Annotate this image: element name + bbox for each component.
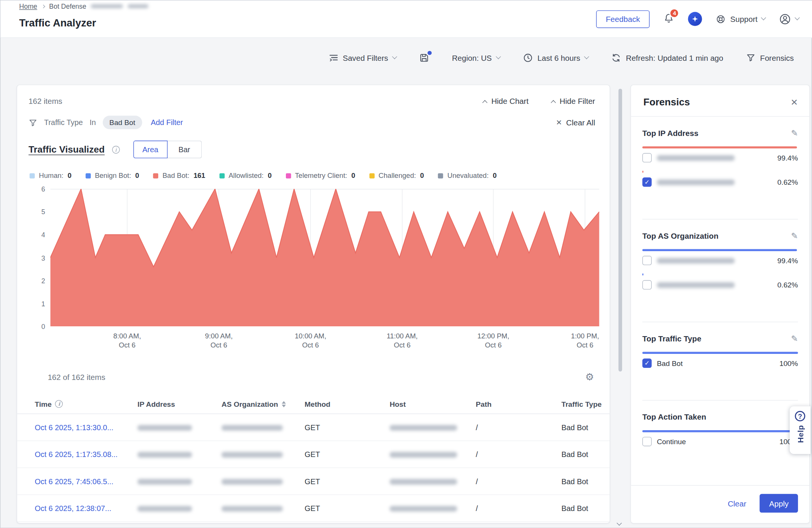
forensics-checkbox[interactable] bbox=[642, 358, 652, 368]
col-header-traffic-type[interactable]: Traffic Type bbox=[561, 400, 610, 408]
legend-item-challenged[interactable]: Challenged 0 bbox=[369, 172, 424, 180]
filter-operator-label[interactable]: In bbox=[90, 118, 96, 127]
table-row[interactable]: Oct 6 2025, 7:45:06.5... GET / Bad Bot bbox=[17, 468, 610, 495]
help-tab[interactable]: ? Help bbox=[790, 406, 810, 454]
table-settings-gear-icon[interactable]: ⚙ bbox=[585, 372, 594, 382]
edit-pencil-icon[interactable]: ✎ bbox=[791, 231, 798, 241]
legend-item-human[interactable]: Human 0 bbox=[29, 172, 71, 180]
chevron-down-icon bbox=[496, 54, 501, 59]
clock-icon bbox=[523, 52, 533, 62]
add-filter-button[interactable]: Add Filter bbox=[151, 118, 183, 127]
saved-filters-dropdown[interactable]: Saved Filters bbox=[329, 53, 396, 62]
time-link[interactable]: Oct 6 2025, 1:13:30.0... bbox=[35, 423, 137, 431]
items-count: 162 items bbox=[29, 97, 62, 105]
table-row[interactable]: Oct 6 2025, 12:38:07... GET / Bad Bot bbox=[17, 495, 610, 522]
close-icon[interactable]: ✕ bbox=[790, 98, 798, 107]
legend-item-bad-bot[interactable]: Bad Bot 161 bbox=[153, 172, 205, 180]
blurred-host-value bbox=[390, 425, 457, 431]
time-link[interactable]: Oct 6 2025, 12:38:07... bbox=[35, 504, 137, 513]
refresh-button[interactable]: Refresh: Updated 1 min ago bbox=[611, 52, 723, 62]
blurred-as-org-value bbox=[657, 282, 735, 288]
forensics-section-top-as-org: Top AS Organization ✎ 99.4% bbox=[642, 219, 798, 322]
item-label: Bad Bot bbox=[657, 359, 682, 367]
chevron-down-icon bbox=[392, 54, 397, 59]
percent-label: 99.4% bbox=[777, 256, 798, 265]
x-tick-label: 10:00 AM,Oct 6 bbox=[279, 332, 342, 350]
hide-filter-label: Hide Filter bbox=[560, 97, 595, 105]
time-range-label: Last 6 hours bbox=[537, 53, 580, 62]
traffic-type-cell: Bad Bot bbox=[561, 450, 610, 459]
chart-mode-bar-button[interactable]: Bar bbox=[167, 140, 202, 158]
breadcrumb-home[interactable]: Home bbox=[19, 2, 37, 10]
account-menu[interactable] bbox=[779, 13, 799, 25]
filter-field-label[interactable]: Traffic Type bbox=[44, 118, 83, 127]
blurred-ip-value bbox=[137, 452, 192, 458]
col-header-time[interactable]: Time i bbox=[35, 400, 137, 408]
section-title: Top Action Taken bbox=[642, 412, 706, 421]
hide-chart-toggle[interactable]: Hide Chart bbox=[483, 97, 528, 105]
save-filter-button[interactable] bbox=[419, 52, 429, 62]
funnel-icon bbox=[746, 53, 755, 62]
col-header-as-organization[interactable]: AS Organization bbox=[222, 400, 305, 408]
percent-label: 100% bbox=[780, 359, 798, 367]
traffic-type-cell: Bad Bot bbox=[561, 477, 610, 485]
time-link[interactable]: Oct 6 2025, 7:45:06.5... bbox=[35, 477, 137, 485]
sparkle-icon bbox=[692, 15, 699, 23]
item-label: Continue bbox=[657, 437, 686, 446]
forensics-section-top-traffic-type: Top Traffic Type ✎ Bad Bot 100% bbox=[642, 322, 798, 400]
time-link[interactable]: Oct 6 2025, 1:17:35.08... bbox=[35, 450, 137, 459]
feedback-button[interactable]: Feedback bbox=[596, 10, 650, 28]
support-label: Support bbox=[730, 14, 758, 23]
breadcrumb-bot-defense[interactable]: Bot Defense bbox=[49, 2, 86, 10]
legend-item-telemetry-client[interactable]: Telemetry Client 0 bbox=[286, 172, 355, 180]
table-row[interactable]: Oct 6 2025, 1:13:30.0... GET / Bad Bot bbox=[17, 414, 610, 441]
forensics-toggle[interactable]: Forensics bbox=[746, 53, 793, 62]
region-dropdown[interactable]: Region: US bbox=[452, 53, 500, 62]
chart-x-axis: 8:00 AM,Oct 69:00 AM,Oct 610:00 AM,Oct 6… bbox=[50, 332, 599, 354]
breadcrumb-redacted bbox=[91, 4, 123, 8]
close-icon: ✕ bbox=[556, 119, 562, 126]
legend-item-benign-bot[interactable]: Benign Bot 0 bbox=[85, 172, 139, 180]
forensics-section-top-action-taken: Top Action Taken ✎ Continue 100% bbox=[642, 401, 798, 479]
blurred-host-value bbox=[390, 506, 457, 512]
x-tick-label: 12:00 PM,Oct 6 bbox=[462, 332, 525, 350]
percent-bar bbox=[642, 430, 798, 432]
forensics-checkbox[interactable] bbox=[642, 178, 652, 187]
filter-value-chip[interactable]: Bad Bot bbox=[103, 116, 142, 129]
edit-pencil-icon[interactable]: ✎ bbox=[791, 128, 798, 138]
account-icon bbox=[779, 13, 791, 25]
forensics-checkbox[interactable] bbox=[642, 256, 652, 265]
col-header-path[interactable]: Path bbox=[476, 400, 562, 408]
apply-button[interactable]: Apply bbox=[760, 494, 798, 513]
forensics-checkbox[interactable] bbox=[642, 280, 652, 290]
chevron-up-icon bbox=[551, 100, 556, 105]
support-icon bbox=[716, 14, 726, 24]
clear-button[interactable]: Clear bbox=[728, 499, 746, 508]
clear-all-button[interactable]: ✕ Clear All bbox=[556, 118, 595, 127]
col-header-host[interactable]: Host bbox=[390, 400, 476, 408]
vertical-scrollbar[interactable] bbox=[619, 89, 622, 372]
scroll-down-arrow[interactable] bbox=[617, 518, 621, 528]
col-header-ip[interactable]: IP Address bbox=[137, 400, 222, 408]
x-tick-label: 8:00 AM,Oct 6 bbox=[96, 332, 158, 350]
edit-pencil-icon[interactable]: ✎ bbox=[791, 333, 798, 343]
hide-filter-toggle[interactable]: Hide Filter bbox=[551, 97, 595, 105]
col-header-method[interactable]: Method bbox=[304, 400, 389, 408]
legend-item-allowlisted[interactable]: Allowlisted 0 bbox=[219, 172, 272, 180]
forensics-panel: Forensics ✕ Top IP Address ✎ 99.4% bbox=[630, 85, 810, 523]
sort-icon[interactable] bbox=[282, 401, 286, 407]
legend-item-unevaluated[interactable]: Unevaluated 0 bbox=[438, 172, 497, 180]
chart-mode-area-button[interactable]: Area bbox=[133, 140, 168, 158]
info-icon[interactable]: i bbox=[55, 400, 63, 408]
info-icon[interactable]: i bbox=[112, 145, 120, 153]
area-chart-canvas[interactable] bbox=[50, 189, 599, 326]
blurred-as-org-value bbox=[222, 452, 283, 458]
assistant-button[interactable] bbox=[688, 12, 702, 26]
method-cell: GET bbox=[304, 423, 389, 431]
forensics-checkbox[interactable] bbox=[642, 153, 652, 162]
forensics-checkbox[interactable] bbox=[642, 437, 652, 446]
support-menu[interactable]: Support bbox=[716, 14, 765, 24]
notifications-button[interactable]: 4 bbox=[663, 12, 675, 26]
time-range-dropdown[interactable]: Last 6 hours bbox=[523, 52, 588, 62]
table-row[interactable]: Oct 6 2025, 1:17:35.08... GET / Bad Bot bbox=[17, 441, 610, 468]
